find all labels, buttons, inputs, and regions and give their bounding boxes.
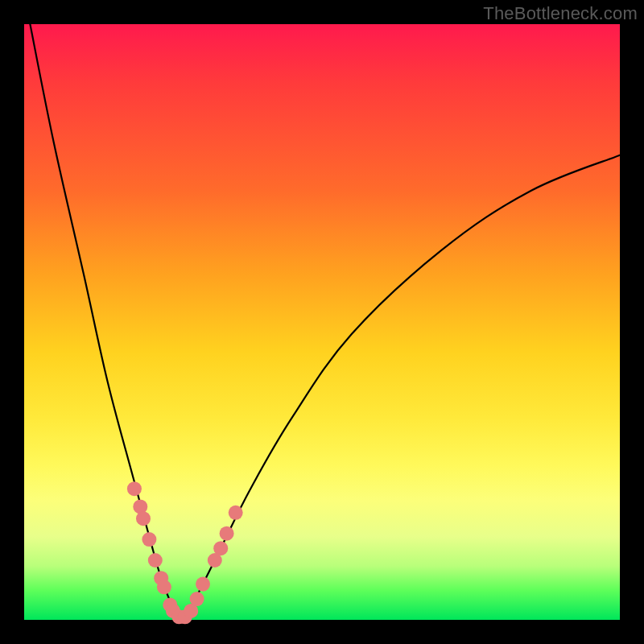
marker-dot xyxy=(142,532,156,547)
marker-dot xyxy=(220,526,234,541)
marker-dot xyxy=(213,541,228,555)
bottleneck-curve xyxy=(30,24,620,621)
marker-dot xyxy=(190,592,204,606)
marker-dot xyxy=(229,506,243,520)
plot-area xyxy=(24,24,620,620)
chart-frame: TheBottleneck.com xyxy=(0,0,644,644)
marker-dot xyxy=(148,553,163,568)
marker-dot xyxy=(127,481,142,496)
marker-dot xyxy=(196,577,210,592)
curve-svg xyxy=(24,24,620,620)
marker-group xyxy=(127,481,243,624)
marker-dot xyxy=(136,511,151,526)
watermark-text: TheBottleneck.com xyxy=(483,3,638,24)
marker-dot xyxy=(157,580,171,594)
